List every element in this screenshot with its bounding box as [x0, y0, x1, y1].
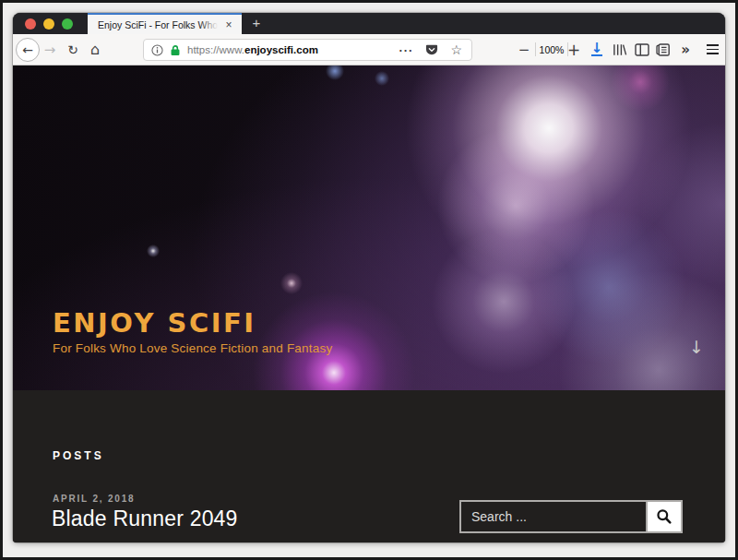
zoom-in-button[interactable]: + [563, 34, 585, 65]
bookmark-star-icon[interactable]: ☆ [450, 42, 462, 57]
scroll-down-icon[interactable]: ↓ [689, 337, 704, 357]
toolbar-separator [535, 42, 536, 56]
close-window-button[interactable] [25, 18, 36, 30]
pages-button[interactable] [652, 34, 674, 65]
zoom-out-button[interactable]: − [513, 34, 535, 65]
urlbar-actions: ··· ☆ [399, 42, 462, 57]
sidebar-toggle-button[interactable] [631, 34, 653, 65]
address-bar[interactable]: https://www.enjoyscifi.com ··· ☆ [143, 39, 472, 61]
posts-heading: POSTS [53, 449, 104, 462]
navigation-toolbar: ← → ↻ ⌂ https://www.e [13, 34, 725, 66]
forward-button[interactable]: → [39, 34, 61, 65]
page-actions-icon[interactable]: ··· [399, 43, 413, 57]
overflow-menu-button[interactable]: » [674, 34, 696, 65]
page-viewport: ENJOY SCIFI For Folks Who Love Science F… [13, 66, 725, 542]
url-text[interactable]: https://www.enjoyscifi.com [187, 44, 392, 55]
reload-button[interactable]: ↻ [62, 34, 84, 65]
post-title-link[interactable]: Blade Runner 2049 [52, 506, 238, 531]
search-box [459, 500, 683, 533]
hamburger-icon [707, 44, 719, 46]
sidebar-icon [635, 43, 649, 56]
library-button[interactable] [609, 34, 631, 65]
new-tab-button[interactable]: + [245, 13, 268, 34]
home-button[interactable]: ⌂ [84, 34, 106, 65]
back-button[interactable]: ← [16, 38, 40, 62]
browser-window: Enjoy SciFi - For Folks Who Love Sc × + … [13, 13, 725, 542]
fullscreen-window-button[interactable] [62, 18, 73, 30]
tab-title-fade [199, 17, 221, 36]
library-icon [613, 43, 627, 56]
posts-section: POSTS APRIL 2, 2018 Blade Runner 2049 [13, 390, 725, 542]
pages-icon [656, 43, 671, 56]
tab-close-icon[interactable]: × [221, 18, 236, 31]
browser-tab[interactable]: Enjoy SciFi - For Folks Who Love Sc × [88, 13, 242, 34]
post-date: APRIL 2, 2018 [53, 494, 135, 504]
window-controls [25, 13, 73, 34]
search-input[interactable] [461, 502, 646, 531]
minimize-window-button[interactable] [43, 18, 54, 30]
tab-bar: Enjoy SciFi - For Folks Who Love Sc × + [13, 13, 725, 34]
hero-banner: ENJOY SCIFI For Folks Who Love Science F… [13, 66, 725, 390]
pocket-icon[interactable] [425, 44, 438, 56]
site-tagline: For Folks Who Love Science Fiction and F… [53, 341, 332, 355]
url-domain: enjoyscifi.com [244, 44, 318, 55]
app-menu-button[interactable] [701, 34, 723, 65]
download-button[interactable]: ↓ [586, 34, 608, 65]
download-icon: ↓ [591, 43, 603, 56]
site-title: ENJOY SCIFI [53, 307, 256, 339]
site-info-icon[interactable] [151, 44, 163, 56]
search-icon [656, 508, 673, 525]
https-lock-icon[interactable] [170, 44, 181, 56]
screenshot-frame: Enjoy SciFi - For Folks Who Love Sc × + … [0, 0, 738, 560]
url-scheme: https://www. [187, 44, 244, 55]
search-button[interactable] [646, 502, 681, 531]
